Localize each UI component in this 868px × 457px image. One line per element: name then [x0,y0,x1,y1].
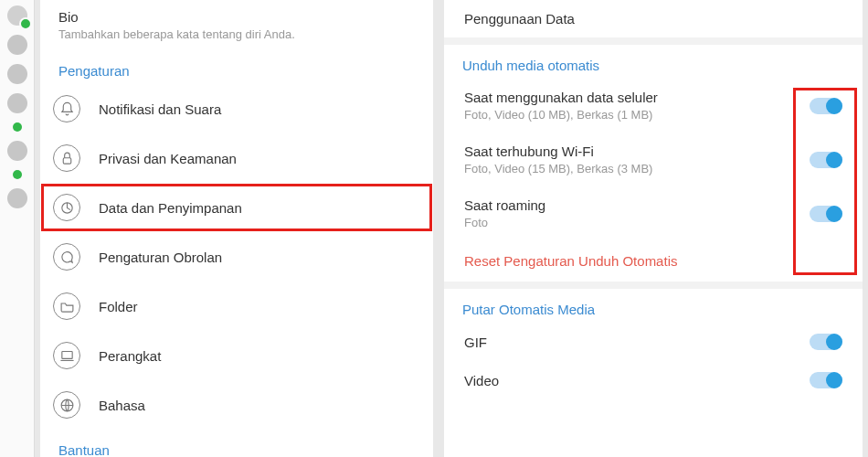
setting-cellular[interactable]: Saat menggunakan data seluler Foto, Vide… [444,79,863,133]
setting-video[interactable]: Video [444,361,863,399]
laptop-icon [53,342,80,369]
chat-list-strip [0,0,35,457]
menu-label: Bahasa [99,398,145,413]
avatar[interactable] [7,188,27,208]
bio-title: Bio [58,9,415,25]
menu-item-privacy[interactable]: Privasi dan Keamanan [40,133,433,183]
setting-label: Saat terhubung Wi-Fi [464,143,810,159]
setting-gif[interactable]: GIF [444,323,863,361]
folder-icon [53,292,80,320]
setting-label: Saat roaming [464,197,810,213]
avatar[interactable] [7,64,27,84]
avatar[interactable] [7,5,27,26]
menu-label: Perangkat [99,348,161,364]
usage-label: Penggunaan Data [464,11,842,27]
menu-label: Pengaturan Obrolan [99,250,222,265]
help-heading: Bantuan [40,430,433,457]
menu-item-notifications[interactable]: Notifikasi dan Suara [40,84,433,133]
settings-heading: Pengaturan [40,50,433,84]
toggle-wifi[interactable] [810,152,842,168]
autoplay-heading: Putar Otomatis Media [444,289,863,323]
menu-item-language[interactable]: Bahasa [40,380,433,430]
menu-label: Data dan Penyimpanan [99,200,242,216]
avatar[interactable] [7,35,27,55]
bio-section[interactable]: Bio Tambahkan beberapa kata tentang diri… [40,0,433,50]
settings-panel: Bio Tambahkan beberapa kata tentang diri… [40,0,433,457]
menu-item-data-storage[interactable]: Data dan Penyimpanan [40,183,433,232]
divider [444,37,863,45]
setting-label: GIF [464,335,810,350]
setting-sub: Foto, Video (10 MB), Berkas (1 MB) [464,108,810,122]
menu-item-devices[interactable]: Perangkat [40,331,433,380]
bio-subtitle: Tambahkan beberapa kata tentang diri And… [58,27,415,41]
globe-icon [53,391,80,419]
svg-rect-0 [63,157,71,163]
setting-label: Video [464,373,810,388]
data-icon [53,194,80,221]
bell-icon [53,95,80,122]
auto-download-heading: Unduh media otomatis [444,45,863,79]
divider [444,282,863,289]
setting-wifi[interactable]: Saat terhubung Wi-Fi Foto, Video (15 MB)… [444,133,863,186]
reset-link[interactable]: Reset Pengaturan Unduh Otomatis [444,240,863,282]
toggle-gif[interactable] [810,334,842,350]
toggle-cellular[interactable] [810,98,842,114]
avatar[interactable] [7,93,27,113]
setting-roaming[interactable]: Saat roaming Foto [444,186,863,240]
data-usage-panel: Penggunaan Data Unduh media otomatis Saa… [444,0,863,457]
menu-label: Folder [99,299,138,314]
menu-item-chat-settings[interactable]: Pengaturan Obrolan [40,232,433,282]
setting-sub: Foto, Video (15 MB), Berkas (3 MB) [464,162,810,175]
online-dot [13,122,22,132]
menu-item-folder[interactable]: Folder [40,282,433,331]
toggle-video[interactable] [810,372,842,388]
toggle-roaming[interactable] [810,206,842,222]
avatar[interactable] [7,141,27,161]
online-dot [13,170,22,179]
svg-rect-2 [61,351,71,358]
usage-row[interactable]: Penggunaan Data [444,0,863,37]
menu-label: Notifikasi dan Suara [99,101,221,117]
setting-label: Saat menggunakan data seluler [464,90,810,105]
lock-icon [53,144,80,172]
chat-icon [53,243,80,271]
setting-sub: Foto [464,216,810,229]
menu-label: Privasi dan Keamanan [99,151,237,166]
